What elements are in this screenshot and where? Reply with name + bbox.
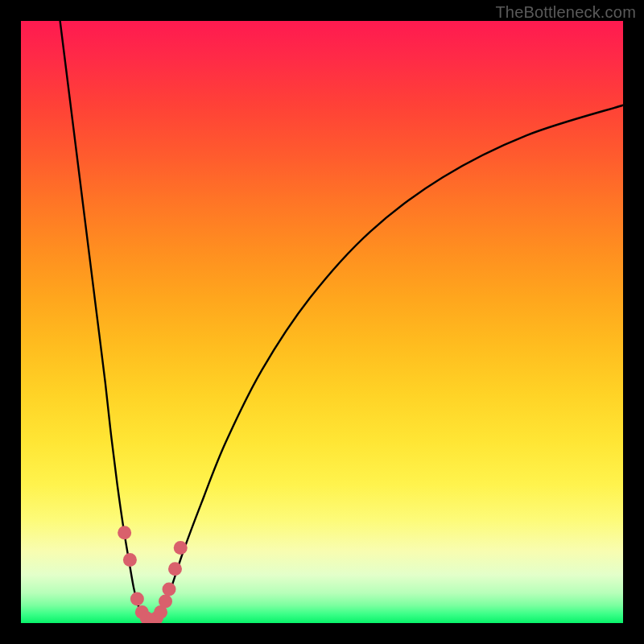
plot-area [21,21,623,623]
highlighted-point [163,583,176,597]
highlighted-point [159,595,172,609]
highlighted-point [123,553,137,567]
highlighted-points-group [118,526,188,623]
chart-svg [21,21,623,623]
bottleneck-curve [60,21,623,621]
highlighted-point [130,592,144,606]
chart-frame: TheBottleneck.com [0,0,644,644]
curve-right-branch [161,105,623,614]
curve-left-branch [60,21,142,614]
highlighted-point [168,562,182,576]
watermark-text: TheBottleneck.com [495,3,636,22]
highlighted-point [118,526,131,539]
highlighted-point [174,541,188,555]
